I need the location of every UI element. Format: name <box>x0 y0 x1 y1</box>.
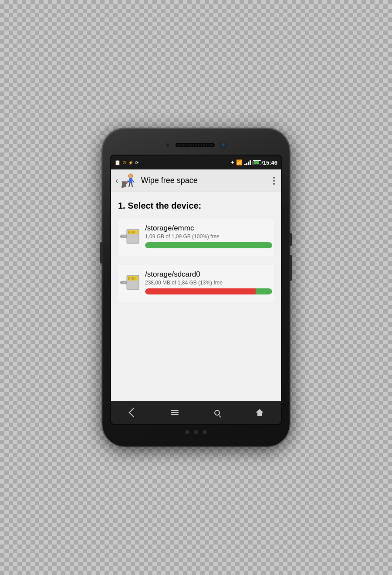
speaker <box>176 143 215 147</box>
menu-line-3 <box>171 414 179 415</box>
power-button[interactable] <box>290 233 292 246</box>
clock: 15:46 <box>263 159 277 166</box>
storage-item-emmc[interactable]: /storage/emmc 1,09 GB of 1,09 GB (100%) … <box>118 219 274 256</box>
overflow-menu-button[interactable] <box>271 174 277 187</box>
storage-item-emmc-header: /storage/emmc 1,09 GB of 1,09 GB (100%) … <box>118 224 274 248</box>
menu-line-1 <box>171 410 179 411</box>
nav-menu-button[interactable] <box>164 402 185 423</box>
svg-rect-9 <box>122 181 127 182</box>
app-icon <box>121 173 137 189</box>
camera-button[interactable] <box>290 255 292 281</box>
phone-device: 📋 ⊙ ⚡ ⟳ ✦ 📶 15:46 <box>102 129 290 446</box>
sync-icon: ⟳ <box>135 160 139 165</box>
screen: 📋 ⊙ ⚡ ⟳ ✦ 📶 15:46 <box>110 155 282 425</box>
sensor <box>166 143 169 147</box>
svg-point-0 <box>128 174 133 178</box>
nav-search-button[interactable] <box>207 402 228 423</box>
bottom-nav <box>111 401 281 424</box>
storage-bar-sdcard-fill <box>145 288 272 294</box>
svg-line-5 <box>132 183 132 187</box>
battery-icon <box>253 160 261 165</box>
section-title: 1. Select the device: <box>118 201 274 211</box>
svg-rect-25 <box>128 276 138 281</box>
app-title: Wipe free space <box>141 176 271 185</box>
bottom-indicator-1 <box>185 430 189 434</box>
storage-name-sdcard: /storage/sdcard0 <box>145 270 272 279</box>
menu-line-2 <box>171 412 179 413</box>
storage-item-sdcard[interactable]: /storage/sdcard0 238,00 MB of 1,84 GB (1… <box>118 265 274 302</box>
volume-button[interactable] <box>100 242 102 264</box>
screenshot-icon: 📋 <box>115 160 121 166</box>
storage-info-emmc: /storage/emmc 1,09 GB of 1,09 GB (100%) … <box>145 224 272 248</box>
notification-icon: ⊙ <box>122 160 126 166</box>
app-bar: ‹ <box>111 169 281 192</box>
svg-line-3 <box>132 180 134 183</box>
storage-bar-emmc-fill <box>145 242 272 248</box>
svg-line-4 <box>129 183 130 187</box>
overflow-dot-1 <box>273 177 275 179</box>
main-content: 1. Select the device: <box>111 192 281 401</box>
storage-bar-sdcard <box>145 288 272 294</box>
storage-name-emmc: /storage/emmc <box>145 224 272 233</box>
storage-item-sdcard-header: /storage/sdcard0 238,00 MB of 1,84 GB (1… <box>118 270 274 294</box>
usb-icon: ⚡ <box>128 160 133 165</box>
svg-rect-22 <box>120 282 122 283</box>
storage-detail-sdcard: 238,00 MB of 1,84 GB (13%) free <box>145 280 272 286</box>
storage-bar-emmc <box>145 242 272 248</box>
bar-free-emmc <box>145 242 272 248</box>
phone-bottom-bar <box>110 430 282 434</box>
phone-top-bar <box>110 141 282 149</box>
storage-icon-sdcard <box>120 274 142 291</box>
nav-back-icon <box>128 408 139 418</box>
svg-rect-8 <box>122 182 126 187</box>
svg-rect-11 <box>120 236 122 237</box>
bottom-indicator-2 <box>194 430 198 434</box>
front-camera <box>221 142 226 148</box>
svg-rect-14 <box>128 230 138 234</box>
bluetooth-icon: ✦ <box>230 160 234 166</box>
status-bar: 📋 ⊙ ⚡ ⟳ ✦ 📶 15:46 <box>111 156 281 169</box>
signal-icon <box>244 160 251 165</box>
nav-back-button[interactable] <box>122 402 143 423</box>
overflow-dot-2 <box>273 180 275 182</box>
storage-info-sdcard: /storage/sdcard0 238,00 MB of 1,84 GB (1… <box>145 270 272 294</box>
bottom-indicator-3 <box>203 430 207 434</box>
status-icons-left: 📋 ⊙ ⚡ ⟳ <box>115 160 139 166</box>
wifi-icon: 📶 <box>236 159 243 166</box>
overflow-dot-3 <box>273 183 275 185</box>
storage-icon-emmc <box>120 227 142 245</box>
nav-menu-icon <box>171 410 179 415</box>
nav-home-icon <box>256 409 263 416</box>
status-icons-right: ✦ 📶 15:46 <box>230 159 277 166</box>
nav-search-icon <box>214 410 220 416</box>
storage-detail-emmc: 1,09 GB of 1,09 GB (100%) free <box>145 233 272 240</box>
bar-used-sdcard <box>145 288 256 294</box>
bar-free-sdcard <box>256 288 272 294</box>
back-button[interactable]: ‹ <box>115 176 118 186</box>
nav-home-button[interactable] <box>249 402 270 423</box>
